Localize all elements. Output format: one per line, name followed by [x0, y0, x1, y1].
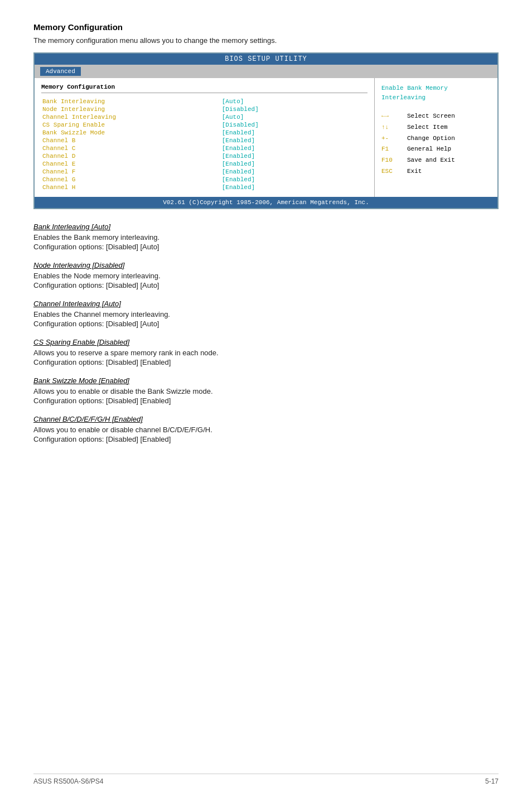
doc-item-options: Configuration options: [Disabled] [Auto]	[33, 243, 499, 251]
bios-row-label: Bank Interleaving	[41, 98, 221, 105]
bios-sidebar: Enable Bank Memory Interleaving ←→Select…	[375, 78, 497, 197]
bios-table-row[interactable]: Channel C[Enabled]	[41, 144, 367, 152]
bios-row-value: [Auto]	[221, 113, 367, 121]
bios-row-label: Channel D	[41, 152, 221, 160]
bios-table-row[interactable]: Channel D[Enabled]	[41, 152, 367, 160]
key-desc: Select Item	[407, 122, 448, 133]
doc-item-desc: Allows you to enable or disable channel …	[33, 426, 499, 434]
bios-key-row: ESCExit	[381, 166, 491, 177]
footer-left: ASUS RS500A-S6/PS4	[33, 777, 103, 785]
bios-row-value: [Enabled]	[221, 160, 367, 168]
bios-table-row[interactable]: Channel Interleaving[Auto]	[41, 113, 367, 121]
bios-key-row: F1General Help	[381, 144, 491, 155]
bios-settings-table: Bank Interleaving[Auto]Node Interleaving…	[41, 98, 367, 191]
doc-item: Channel Interleaving [Auto] Enables the …	[33, 299, 499, 328]
bios-row-value: [Disabled]	[221, 121, 367, 129]
doc-item-options: Configuration options: [Disabled] [Enabl…	[33, 358, 499, 366]
page-title: Memory Configuration	[33, 22, 499, 32]
bios-row-value: [Enabled]	[221, 183, 367, 191]
bios-main-panel: Memory Configuration Bank Interleaving[A…	[35, 78, 375, 197]
bios-help-text: Enable Bank Memory Interleaving	[381, 84, 491, 102]
key-name: ↑↓	[381, 122, 404, 133]
doc-item-title: Node Interleaving [Disabled]	[33, 261, 499, 269]
key-desc: Exit	[407, 166, 422, 177]
key-name: +-	[381, 133, 404, 144]
doc-item-desc: Allows you to reserve a spare memory ran…	[33, 349, 499, 357]
doc-item-desc: Enables the Node memory interleaving.	[33, 272, 499, 280]
key-desc: General Help	[407, 144, 451, 155]
bios-row-value: [Enabled]	[221, 152, 367, 160]
doc-item-options: Configuration options: [Disabled] [Auto]	[33, 320, 499, 328]
bios-section-title: Memory Configuration	[41, 84, 367, 93]
bios-table-row[interactable]: Channel H[Enabled]	[41, 183, 367, 191]
bios-table-row[interactable]: Channel G[Enabled]	[41, 176, 367, 183]
bios-key-row: ←→Select Screen	[381, 111, 491, 122]
key-name: ESC	[381, 166, 404, 177]
doc-item-options: Configuration options: [Disabled] [Enabl…	[33, 397, 499, 405]
bios-row-label: Channel G	[41, 176, 221, 183]
doc-item-desc: Enables the Channel memory interleaving.	[33, 310, 499, 318]
doc-item: Bank Interleaving [Auto] Enables the Ban…	[33, 223, 499, 251]
bios-key-row: F10Save and Exit	[381, 155, 491, 166]
bios-row-label: Bank Swizzle Mode	[41, 129, 221, 137]
bios-row-value: [Enabled]	[221, 129, 367, 137]
doc-item-desc: Enables the Bank memory interleaving.	[33, 233, 499, 241]
bios-table-row[interactable]: CS Sparing Enable[Disabled]	[41, 121, 367, 129]
bios-row-label: Channel B	[41, 137, 221, 144]
key-desc: Select Screen	[407, 111, 455, 122]
bios-table-row[interactable]: Bank Swizzle Mode[Enabled]	[41, 129, 367, 137]
bios-table-row[interactable]: Channel B[Enabled]	[41, 137, 367, 144]
bios-tab-advanced[interactable]: Advanced	[40, 67, 81, 76]
doc-item: CS Sparing Enable [Disabled] Allows you …	[33, 338, 499, 366]
bios-row-value: [Enabled]	[221, 144, 367, 152]
bios-box: BIOS SETUP UTILITY Advanced Memory Confi…	[33, 52, 499, 209]
doc-item-desc: Allows you to enable or disable the Bank…	[33, 387, 499, 395]
bios-keys: ←→Select Screen↑↓Select Item+-Change Opt…	[381, 111, 491, 177]
bios-table-row[interactable]: Bank Interleaving[Auto]	[41, 98, 367, 105]
bios-row-label: Channel F	[41, 168, 221, 176]
bios-key-row: +-Change Option	[381, 133, 491, 144]
doc-item-options: Configuration options: [Disabled] [Enabl…	[33, 435, 499, 443]
key-desc: Save and Exit	[407, 155, 455, 166]
bios-row-value: [Auto]	[221, 98, 367, 105]
bios-row-value: [Enabled]	[221, 168, 367, 176]
bios-tab-bar: Advanced	[35, 65, 497, 78]
bios-key-row: ↑↓Select Item	[381, 122, 491, 133]
bios-row-label: Node Interleaving	[41, 105, 221, 113]
bios-body: Memory Configuration Bank Interleaving[A…	[35, 78, 497, 197]
bios-table-row[interactable]: Channel F[Enabled]	[41, 168, 367, 176]
bios-row-value: [Disabled]	[221, 105, 367, 113]
bios-table-row[interactable]: Channel E[Enabled]	[41, 160, 367, 168]
bios-row-label: Channel C	[41, 144, 221, 152]
key-desc: Change Option	[407, 133, 455, 144]
key-name: F1	[381, 144, 404, 155]
key-name: ←→	[381, 111, 404, 122]
bios-row-label: Channel H	[41, 183, 221, 191]
doc-item: Bank Swizzle Mode [Enabled] Allows you t…	[33, 376, 499, 405]
doc-items-container: Bank Interleaving [Auto] Enables the Ban…	[33, 223, 499, 443]
bios-row-label: CS Sparing Enable	[41, 121, 221, 129]
bios-row-value: [Enabled]	[221, 176, 367, 183]
bios-footer: V02.61 (C)Copyright 1985-2006, American …	[35, 197, 497, 208]
bios-row-value: [Enabled]	[221, 137, 367, 144]
bios-table-row[interactable]: Node Interleaving[Disabled]	[41, 105, 367, 113]
doc-item-title: Bank Interleaving [Auto]	[33, 223, 499, 231]
doc-item-title: CS Sparing Enable [Disabled]	[33, 338, 499, 346]
doc-item: Channel B/C/D/E/F/G/H [Enabled] Allows y…	[33, 415, 499, 443]
bios-title-bar: BIOS SETUP UTILITY	[35, 54, 497, 65]
bios-row-label: Channel Interleaving	[41, 113, 221, 121]
page-footer: ASUS RS500A-S6/PS4 5-17	[33, 774, 499, 785]
doc-item-options: Configuration options: [Disabled] [Auto]	[33, 281, 499, 289]
doc-item-title: Channel Interleaving [Auto]	[33, 299, 499, 308]
doc-item: Node Interleaving [Disabled] Enables the…	[33, 261, 499, 289]
footer-right: 5-17	[485, 777, 499, 785]
doc-item-title: Channel B/C/D/E/F/G/H [Enabled]	[33, 415, 499, 423]
intro-text: The memory configuration menu allows you…	[33, 36, 499, 45]
bios-row-label: Channel E	[41, 160, 221, 168]
doc-item-title: Bank Swizzle Mode [Enabled]	[33, 376, 499, 385]
key-name: F10	[381, 155, 404, 166]
